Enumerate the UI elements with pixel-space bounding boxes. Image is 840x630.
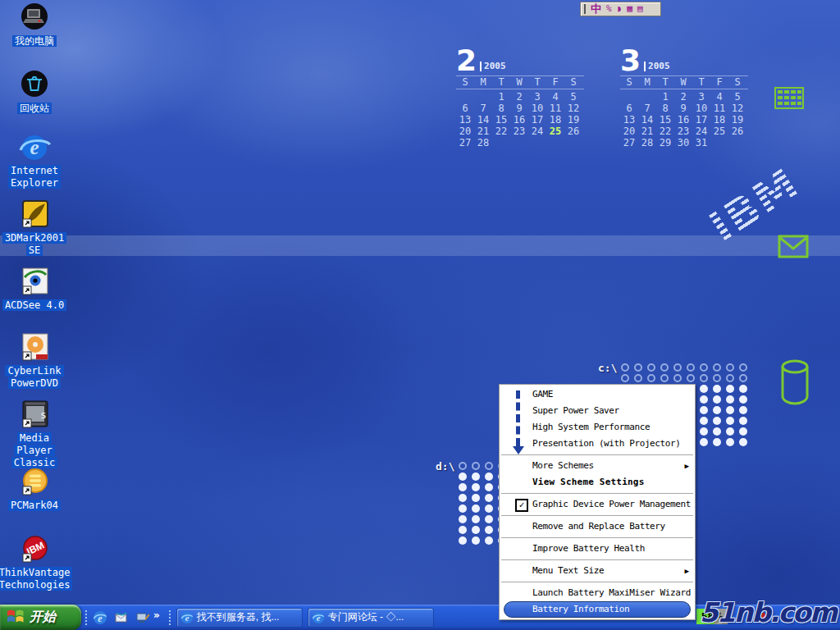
disk-dot-used bbox=[713, 395, 721, 404]
calendar-day: 25 bbox=[710, 126, 728, 137]
desktop-icon-label: ThinkVantage Technologies bbox=[0, 567, 72, 591]
menu-item-presentation-with-projector[interactable]: Presentation (with Projector) bbox=[500, 436, 695, 452]
punctuation-icon[interactable]: ◗ bbox=[617, 3, 623, 15]
disk-dot-used bbox=[739, 406, 747, 414]
menu-item-view-scheme-settings[interactable]: View Scheme Settings bbox=[500, 474, 695, 491]
disk-dot-free bbox=[700, 374, 708, 382]
menu-item-high-system-performance[interactable]: High System Performance bbox=[500, 419, 695, 436]
menu-item-more-schemes[interactable]: More Schemes▶ bbox=[500, 458, 695, 474]
ime-toolbar[interactable]: 中 %◗▦▤ bbox=[580, 2, 661, 16]
calendar-week-row: 6789101112 bbox=[620, 103, 748, 114]
calendar-day: 5 bbox=[564, 91, 582, 103]
disk-dot-used bbox=[459, 504, 467, 513]
ime-mode-toggle[interactable]: 中 bbox=[591, 3, 601, 15]
desktop-icon-acdsee-40[interactable]: ACDSee 4.0 bbox=[0, 266, 69, 312]
menu-item-game[interactable]: GAME bbox=[500, 386, 695, 403]
half-full-width-icon[interactable]: % bbox=[606, 3, 612, 15]
calendar-day: 11 bbox=[546, 103, 564, 114]
ime-caret-icon bbox=[584, 4, 586, 14]
calendar-year: 2005 bbox=[644, 62, 670, 71]
disk-label: c:\ bbox=[598, 362, 617, 374]
menu-item-remove-and-replace-battery[interactable]: Remove and Replace Battery bbox=[500, 518, 695, 535]
menu-item-super-power-saver[interactable]: Super Power Saver bbox=[500, 403, 695, 419]
ime-icons: %◗▦▤ bbox=[606, 3, 643, 15]
disk-dot-used bbox=[459, 472, 467, 481]
disk-dot-free bbox=[726, 374, 734, 382]
taskbar-task-1[interactable]: e找不到服务器, 找... bbox=[176, 608, 303, 628]
desktop-icon-recycle-bin[interactable]: 回收站 bbox=[0, 69, 69, 115]
menu-separator bbox=[501, 515, 693, 516]
calendar-day: 15 bbox=[492, 114, 510, 126]
calendar-day: 18 bbox=[710, 114, 728, 126]
desktop-icon-cyberlink-powerdvd[interactable]: CyberLink PowerDVD bbox=[0, 331, 69, 390]
calendar-header: 22005 bbox=[456, 46, 584, 73]
outlook-express-icon[interactable] bbox=[114, 610, 129, 625]
calendar-weekday: W bbox=[674, 76, 692, 89]
disk-dot-free bbox=[634, 374, 642, 382]
calendar-day bbox=[528, 137, 546, 148]
calendar-day bbox=[474, 91, 492, 103]
calendar-weekday: T bbox=[656, 76, 674, 89]
calendar-day: 18 bbox=[546, 114, 564, 126]
quick-launch-bar: e bbox=[91, 610, 152, 625]
ie-icon[interactable]: e bbox=[93, 610, 107, 625]
taskband-handle[interactable] bbox=[168, 609, 171, 626]
taskbar-task-2[interactable]: e专门网论坛 - ◇... bbox=[308, 608, 434, 628]
ime-menu-icon[interactable]: ▤ bbox=[637, 3, 643, 15]
calendar-day: 24 bbox=[528, 126, 546, 137]
calendar-week-row: 20212223242526 bbox=[456, 126, 584, 137]
disk-dot-free bbox=[673, 374, 682, 382]
disk-dot-free bbox=[621, 363, 629, 372]
calendar-week-row: 6789101112 bbox=[456, 103, 584, 114]
disk-dot-used bbox=[726, 395, 734, 404]
desktop-icon-internet-explorer[interactable]: eInternet Explorer bbox=[0, 131, 69, 189]
task-button-label: 专门网论坛 - ◇... bbox=[328, 610, 404, 624]
desktop-icon-my-computer[interactable]: 我的电脑 bbox=[0, 2, 69, 48]
desktop: 中 %◗▦▤ 22005SMTWTFS123456789101112131415… bbox=[0, 0, 840, 630]
task-button-area: e找不到服务器, 找...e专门网论坛 - ◇... bbox=[176, 608, 434, 628]
desktop-icon-media-player-classic[interactable]: sMedia Player Classic bbox=[0, 399, 69, 469]
calendar-day: 17 bbox=[528, 114, 546, 126]
disk-dot-used bbox=[713, 406, 721, 414]
disk-cylinder-icon bbox=[779, 358, 810, 409]
menu-item-graphic-device-power-management[interactable]: ✓Graphic Device Power Management bbox=[500, 496, 695, 513]
svg-text:e: e bbox=[98, 612, 103, 623]
calendar-day bbox=[510, 137, 528, 148]
desktop-icon-3dmark2001-se[interactable]: 3DMark2001 SE bbox=[0, 199, 69, 257]
disk-dot-free bbox=[660, 363, 669, 372]
menu-item-menu-text-size[interactable]: Menu Text Size▶ bbox=[500, 563, 695, 579]
ie-icon: e bbox=[312, 611, 325, 624]
calendar-weekday-row: SMTWTFS bbox=[456, 75, 584, 89]
disk-dot-used bbox=[485, 504, 493, 513]
ie-big-icon: e bbox=[16, 131, 52, 164]
soft-keyboard-icon[interactable]: ▦ bbox=[627, 3, 632, 15]
start-button-label: 开始 bbox=[30, 609, 56, 626]
disk-dot-used bbox=[700, 427, 708, 436]
quicklaunch-handle[interactable] bbox=[84, 609, 88, 626]
desktop-icon-thinkvantage-technologies[interactable]: IBMThinkVantage Technologies bbox=[0, 533, 69, 591]
disk-dot-free bbox=[713, 363, 721, 372]
menu-item-battery-information[interactable]: Battery Information bbox=[504, 601, 691, 618]
disk-dot-used bbox=[485, 494, 493, 502]
desktop-icon-label: 回收站 bbox=[17, 103, 52, 115]
show-desktop-icon[interactable] bbox=[135, 610, 150, 625]
disk-dot-used bbox=[700, 385, 708, 393]
desktop-icon-pcmark04[interactable]: PCMark04 bbox=[0, 466, 69, 512]
calendar-day: 20 bbox=[620, 126, 638, 137]
quicklaunch-overflow-chevron[interactable]: » bbox=[153, 609, 160, 621]
photo-watermark: 51nb.com bbox=[696, 596, 840, 628]
disk-dot-used bbox=[739, 385, 747, 393]
menu-item-improve-battery-health[interactable]: Improve Battery Health bbox=[500, 541, 695, 557]
disk-dot-used bbox=[739, 417, 747, 425]
calendar-day: 12 bbox=[564, 103, 582, 114]
disk-dot-free bbox=[687, 374, 695, 382]
menu-item-launch-battery-maximiser-wizard[interactable]: Launch Battery MaxiMiser Wizard bbox=[500, 585, 695, 601]
start-button[interactable]: 开始 bbox=[0, 605, 81, 630]
desktop-icon-label: 我的电脑 bbox=[12, 35, 57, 48]
calendar-day bbox=[638, 91, 656, 103]
disk-dot-used bbox=[472, 515, 480, 523]
calendar-day: 9 bbox=[510, 103, 528, 114]
calendar-day: 2 bbox=[510, 91, 528, 103]
calendar-header: 32005 bbox=[620, 46, 748, 73]
calendar-day bbox=[546, 137, 564, 148]
